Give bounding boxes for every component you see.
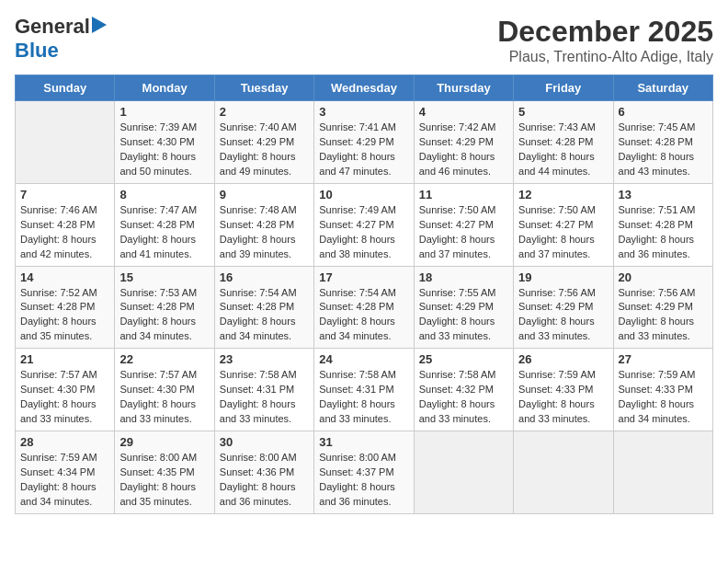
sunrise-text: Sunrise: 7:51 AM [619,204,696,215]
day-number: 4 [419,105,508,119]
day-info: Sunrise: 7:41 AMSunset: 4:29 PMDaylight:… [319,121,408,179]
day-info: Sunrise: 8:00 AMSunset: 4:35 PMDaylight:… [119,451,209,510]
daylight-text: Daylight: 8 hours and 37 minutes. [518,234,595,259]
sunset-text: Sunset: 4:29 PM [419,301,494,312]
day-number: 26 [518,352,608,366]
calendar-cell: 8Sunrise: 7:47 AMSunset: 4:28 PMDaylight… [115,183,214,266]
sunrise-text: Sunrise: 8:00 AM [119,452,197,463]
calendar-cell: 15Sunrise: 7:53 AMSunset: 4:28 PMDayligh… [115,266,214,349]
sunrise-text: Sunrise: 7:58 AM [220,369,297,380]
sunrise-text: Sunrise: 7:47 AM [119,204,197,215]
calendar-cell: 1Sunrise: 7:39 AMSunset: 4:30 PMDaylight… [115,101,214,184]
sunset-text: Sunset: 4:28 PM [220,219,294,230]
day-info: Sunrise: 7:57 AMSunset: 4:30 PMDaylight:… [119,368,209,427]
calendar-cell: 27Sunrise: 7:59 AMSunset: 4:33 PMDayligh… [613,349,712,431]
daylight-text: Daylight: 8 hours and 36 minutes. [319,481,395,507]
calendar-cell [613,431,712,514]
day-number: 21 [20,352,109,366]
sunset-text: Sunset: 4:34 PM [20,466,95,477]
day-info: Sunrise: 7:47 AMSunset: 4:28 PMDaylight:… [119,203,209,262]
sunset-text: Sunset: 4:29 PM [220,136,294,147]
daylight-text: Daylight: 8 hours and 33 minutes. [518,316,595,341]
day-info: Sunrise: 7:50 AMSunset: 4:27 PMDaylight:… [419,203,508,262]
daylight-text: Daylight: 8 hours and 35 minutes. [20,316,97,341]
calendar-cell: 22Sunrise: 7:57 AMSunset: 4:30 PMDayligh… [115,349,214,431]
sunrise-text: Sunrise: 7:50 AM [518,204,596,215]
sunset-text: Sunset: 4:28 PM [220,301,294,312]
day-info: Sunrise: 7:39 AMSunset: 4:30 PMDaylight:… [119,121,209,179]
sunset-text: Sunset: 4:29 PM [518,301,593,312]
calendar-cell: 23Sunrise: 7:58 AMSunset: 4:31 PMDayligh… [214,349,313,431]
calendar-cell: 31Sunrise: 8:00 AMSunset: 4:37 PMDayligh… [314,431,414,514]
calendar-cell: 20Sunrise: 7:56 AMSunset: 4:29 PMDayligh… [613,266,712,349]
day-info: Sunrise: 7:50 AMSunset: 4:27 PMDaylight:… [518,203,608,262]
calendar-cell [414,431,513,514]
sunrise-text: Sunrise: 7:57 AM [119,369,197,380]
sunset-text: Sunset: 4:27 PM [518,219,593,230]
calendar-cell: 18Sunrise: 7:55 AMSunset: 4:29 PMDayligh… [414,266,513,349]
calendar-cell: 19Sunrise: 7:56 AMSunset: 4:29 PMDayligh… [514,266,613,349]
sunrise-text: Sunrise: 7:46 AM [20,204,97,215]
daylight-text: Daylight: 8 hours and 47 minutes. [319,151,395,177]
sunrise-text: Sunrise: 7:40 AM [220,121,297,132]
day-number: 16 [220,270,309,284]
calendar-table: Sunday Monday Tuesday Wednesday Thursday… [15,75,713,514]
calendar-cell: 25Sunrise: 7:58 AMSunset: 4:32 PMDayligh… [414,349,513,431]
sunset-text: Sunset: 4:30 PM [119,384,194,395]
daylight-text: Daylight: 8 hours and 49 minutes. [220,151,296,177]
sunrise-text: Sunrise: 7:41 AM [319,121,396,132]
day-info: Sunrise: 7:58 AMSunset: 4:32 PMDaylight:… [419,368,508,427]
calendar-cell: 12Sunrise: 7:50 AMSunset: 4:27 PMDayligh… [514,183,613,266]
calendar-cell: 4Sunrise: 7:42 AMSunset: 4:29 PMDaylight… [414,101,513,184]
day-number: 2 [220,105,309,119]
sunset-text: Sunset: 4:30 PM [20,384,95,395]
day-number: 13 [619,188,708,201]
day-number: 20 [619,270,708,284]
day-number: 17 [319,270,408,284]
sunset-text: Sunset: 4:32 PM [419,384,494,395]
daylight-text: Daylight: 8 hours and 42 minutes. [20,234,97,259]
sunset-text: Sunset: 4:30 PM [119,136,194,147]
sunset-text: Sunset: 4:27 PM [419,219,494,230]
daylight-text: Daylight: 8 hours and 43 minutes. [619,151,695,177]
day-info: Sunrise: 7:59 AMSunset: 4:33 PMDaylight:… [619,368,708,427]
calendar-cell: 11Sunrise: 7:50 AMSunset: 4:27 PMDayligh… [414,183,513,266]
day-info: Sunrise: 7:52 AMSunset: 4:28 PMDaylight:… [20,286,109,345]
sunrise-text: Sunrise: 7:49 AM [319,204,396,215]
calendar-cell: 10Sunrise: 7:49 AMSunset: 4:27 PMDayligh… [314,183,414,266]
calendar-cell: 9Sunrise: 7:48 AMSunset: 4:28 PMDaylight… [214,183,313,266]
sunrise-text: Sunrise: 7:54 AM [319,287,396,298]
sunrise-text: Sunrise: 7:59 AM [619,369,696,380]
day-number: 10 [319,188,408,201]
calendar-cell: 5Sunrise: 7:43 AMSunset: 4:28 PMDaylight… [514,101,613,184]
daylight-text: Daylight: 8 hours and 34 minutes. [220,316,296,341]
calendar-cell [514,431,613,514]
day-number: 28 [20,435,109,449]
sunrise-text: Sunrise: 7:43 AM [518,121,596,132]
calendar-cell: 14Sunrise: 7:52 AMSunset: 4:28 PMDayligh… [16,266,115,349]
day-info: Sunrise: 8:00 AMSunset: 4:37 PMDaylight:… [319,451,408,510]
daylight-text: Daylight: 8 hours and 33 minutes. [619,316,695,341]
day-number: 9 [220,188,309,201]
col-monday: Monday [115,75,214,101]
sunset-text: Sunset: 4:33 PM [518,384,593,395]
day-number: 19 [518,270,608,284]
sunrise-text: Sunrise: 7:59 AM [20,452,97,463]
sunset-text: Sunset: 4:35 PM [119,466,194,477]
calendar-week-row: 28Sunrise: 7:59 AMSunset: 4:34 PMDayligh… [16,431,713,514]
day-info: Sunrise: 7:58 AMSunset: 4:31 PMDaylight:… [220,368,309,427]
sunrise-text: Sunrise: 7:52 AM [20,287,97,298]
day-number: 31 [319,435,408,449]
calendar-cell: 13Sunrise: 7:51 AMSunset: 4:28 PMDayligh… [613,183,712,266]
daylight-text: Daylight: 8 hours and 33 minutes. [319,398,395,424]
day-info: Sunrise: 7:58 AMSunset: 4:31 PMDaylight:… [319,368,408,427]
col-friday: Friday [514,75,613,101]
daylight-text: Daylight: 8 hours and 33 minutes. [419,316,495,341]
day-info: Sunrise: 7:40 AMSunset: 4:29 PMDaylight:… [220,121,309,179]
calendar-cell: 21Sunrise: 7:57 AMSunset: 4:30 PMDayligh… [16,349,115,431]
sunset-text: Sunset: 4:29 PM [319,136,393,147]
daylight-text: Daylight: 8 hours and 46 minutes. [419,151,495,177]
daylight-text: Daylight: 8 hours and 33 minutes. [20,398,97,424]
calendar-cell: 7Sunrise: 7:46 AMSunset: 4:28 PMDaylight… [16,183,115,266]
sunrise-text: Sunrise: 7:42 AM [419,121,496,132]
